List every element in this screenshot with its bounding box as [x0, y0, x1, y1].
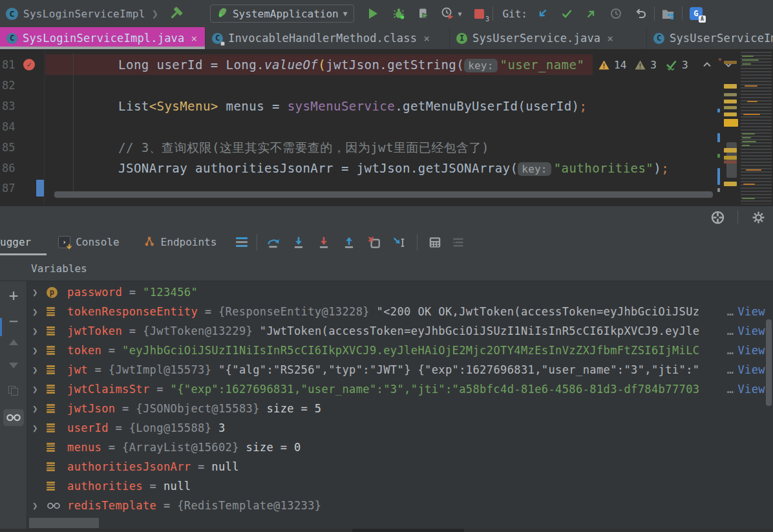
local-variable-icon: [47, 326, 62, 335]
expand-chevron-icon[interactable]: ❯: [32, 365, 47, 375]
evaluate-expression-button[interactable]: [425, 233, 445, 252]
variable-segment: {RedisTemplate@13233}: [177, 499, 321, 512]
variable-row[interactable]: ❯jwt = {JwtImpl@15573} "{"alg":"RS256","…: [27, 360, 773, 379]
code-segment: jwtJson.getString(: [326, 58, 464, 72]
parameter-icon: p: [47, 287, 58, 298]
local-variable-icon: [47, 443, 55, 452]
expand-chevron-icon[interactable]: ❯: [32, 287, 47, 297]
variable-row[interactable]: ❯jwtJson = {JSONObject@15583} size = 5: [27, 399, 773, 418]
tab-filename: InvocableHandlerMethod.class: [228, 32, 417, 45]
variables-horizontal-scrollbar[interactable]: [29, 518, 99, 528]
stripe-mark: [724, 112, 737, 116]
tab-endpoints[interactable]: Endpoints: [143, 228, 217, 257]
expand-chevron-icon[interactable]: ❯: [32, 500, 47, 511]
variable-row[interactable]: ❯jwtClaimsStr = "{"exp":1627696831,"user…: [27, 379, 773, 399]
editor-tab[interactable]: CSysLoginServiceImpl.java×: [0, 27, 206, 49]
variable-row[interactable]: authoritiesJsonArr = null: [27, 457, 773, 476]
expand-chevron-icon[interactable]: ❯: [32, 403, 47, 414]
tab-filename: SysUserServiceIm: [670, 32, 773, 45]
variable-row[interactable]: menus = {ArrayList@15602} size = 0: [27, 438, 773, 457]
view-link[interactable]: View: [737, 325, 765, 337]
variable-row[interactable]: ❯tokenResponseEntity = {ResponseEntity@1…: [27, 302, 773, 321]
move-down-button[interactable]: [0, 363, 27, 368]
tab-debugger[interactable]: ugger: [0, 228, 44, 257]
git-update-button[interactable]: [534, 5, 551, 22]
prev-issue-icon[interactable]: [702, 60, 712, 69]
git-commit-button[interactable]: [558, 5, 575, 22]
step-over-button[interactable]: [264, 233, 283, 252]
run-with-coverage-button[interactable]: [415, 5, 432, 22]
close-icon[interactable]: ×: [423, 32, 430, 45]
code-segment: List: [57, 99, 149, 113]
expand-chevron-icon[interactable]: ❯: [32, 384, 47, 394]
stripe-mark: [724, 156, 737, 160]
run-button[interactable]: [365, 5, 381, 22]
drop-frame-button[interactable]: [365, 233, 384, 252]
variable-segment: =: [88, 363, 109, 376]
git-push-button[interactable]: [583, 5, 600, 22]
add-watch-button[interactable]: +: [0, 286, 27, 304]
view-options-icon[interactable]: [236, 237, 248, 248]
variables-list[interactable]: ❯ppassword = "123456"❯tokenResponseEntit…: [27, 281, 773, 532]
step-out-button[interactable]: [339, 233, 359, 252]
crosshair-target-icon[interactable]: [709, 209, 726, 226]
git-history-icon[interactable]: [608, 5, 624, 22]
expand-chevron-icon[interactable]: ❯: [32, 345, 47, 356]
move-up-button[interactable]: [0, 339, 27, 345]
run-configuration-select[interactable]: SystemApplication ▼: [210, 5, 354, 23]
editor-tab[interactable]: CInvocableHandlerMethod.class×: [206, 27, 450, 49]
variable-row[interactable]: ❯ppassword = "123456": [27, 282, 773, 302]
view-link[interactable]: View: [737, 305, 765, 318]
variable-segment: null: [164, 480, 191, 493]
editor-tab[interactable]: CSysUserServiceIm: [647, 27, 773, 49]
force-step-into-button[interactable]: [314, 233, 334, 252]
git-rollback-button[interactable]: [632, 5, 649, 22]
translate-plugin-button[interactable]: GA: [688, 5, 704, 22]
variable-row[interactable]: ❯redisTemplate = {RedisTemplate@13233}: [27, 496, 773, 515]
close-icon[interactable]: ×: [607, 32, 613, 45]
layout-settings-icon[interactable]: [449, 233, 468, 252]
warning-count: 14: [614, 59, 626, 71]
remove-watch-button[interactable]: −: [0, 312, 27, 330]
breakpoint-icon[interactable]: ✓: [23, 59, 35, 70]
duplicate-watch-button[interactable]: [0, 386, 27, 396]
view-link[interactable]: View: [737, 363, 765, 376]
remote-host-button[interactable]: [660, 5, 677, 22]
editor-tab[interactable]: ISysUserService.java×: [450, 27, 647, 49]
run-to-cursor-button[interactable]: [390, 233, 409, 252]
tab-console[interactable]: › Console: [58, 228, 119, 257]
watch-glasses-icon: [47, 502, 62, 510]
stop-button[interactable]: 3: [471, 5, 487, 22]
variable-segment: jwt: [67, 363, 88, 376]
variable-row[interactable]: authorities = null: [27, 476, 773, 496]
breadcrumb[interactable]: SysLoginServiceImpl: [23, 8, 145, 20]
variables-vertical-scrollbar[interactable]: [766, 319, 772, 406]
error-stripe[interactable]: [717, 49, 739, 206]
variable-segment: authorities: [67, 480, 143, 493]
settings-gear-icon[interactable]: [750, 209, 767, 226]
minimap-segment: [743, 184, 755, 185]
view-link[interactable]: View: [737, 344, 765, 357]
step-into-button[interactable]: [289, 233, 308, 252]
inspections-widget[interactable]: 14 3 3: [598, 56, 734, 74]
profiler-chevron-icon[interactable]: ▼: [458, 10, 461, 17]
editor-horizontal-scrollbar[interactable]: [54, 191, 713, 198]
build-hammer-icon[interactable]: [167, 5, 184, 22]
variable-segment: "{"exp":1627696831,"user_name":"3","jti"…: [171, 383, 700, 396]
code-editor[interactable]: 81828384858687 ✓ Long userId = Long.valu…: [0, 49, 773, 206]
code-line: List<SysMenu> menus = sysMenuService.get…: [57, 96, 587, 116]
bottom-edge: [0, 529, 773, 532]
profiler-button[interactable]: [439, 5, 456, 22]
expand-chevron-icon[interactable]: ❯: [32, 306, 47, 317]
variable-row[interactable]: ❯jwtToken = {JwtToken@13229} "JwtToken(a…: [27, 321, 773, 341]
show-watches-toggle[interactable]: [0, 409, 27, 426]
view-link[interactable]: View: [737, 383, 765, 396]
debug-button[interactable]: [390, 5, 407, 22]
minimap[interactable]: [741, 52, 772, 204]
expand-chevron-icon[interactable]: ❯: [32, 326, 47, 336]
expand-chevron-icon[interactable]: ❯: [32, 423, 47, 433]
variable-row[interactable]: ❯token = "eyJhbGciOiJSUzI1NiIsInR5cCI6Ik…: [27, 341, 773, 360]
variable-row[interactable]: ❯userId = {Long@15588} 3: [27, 418, 773, 438]
stripe-mark: [719, 58, 721, 61]
close-icon[interactable]: ×: [191, 32, 197, 45]
